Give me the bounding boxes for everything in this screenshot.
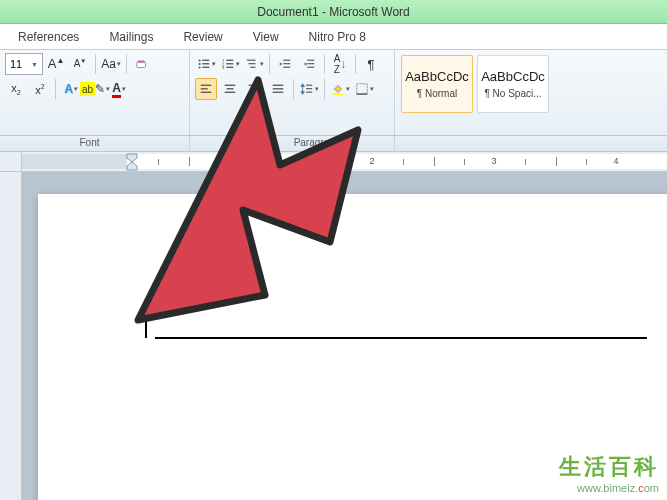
separator xyxy=(126,54,127,74)
align-right-button[interactable] xyxy=(243,78,265,100)
tab-view[interactable]: View xyxy=(253,30,279,44)
align-center-icon xyxy=(223,82,237,96)
ribbon-tabs: References Mailings Review View Nitro Pr… xyxy=(0,24,667,50)
svg-text:3: 3 xyxy=(221,65,224,70)
numbering-icon: 123 xyxy=(221,57,235,71)
ruler-number: 1 xyxy=(247,156,252,166)
svg-rect-8 xyxy=(226,60,233,61)
svg-rect-28 xyxy=(249,85,260,86)
svg-rect-26 xyxy=(227,88,234,89)
font-group: 11 ▼ A▲ A▼ Aa▾ x2 x2 A▾ ab✎▾ A▾ xyxy=(0,50,190,135)
horizontal-rule xyxy=(155,337,647,339)
paragraph-group-label: Paragraph xyxy=(190,136,395,151)
watermark: 生活百科 www.bimeiz.com xyxy=(559,452,659,494)
ribbon: 11 ▼ A▲ A▼ Aa▾ x2 x2 A▾ ab✎▾ A▾ xyxy=(0,50,667,136)
subscript-button[interactable]: x2 xyxy=(5,78,27,100)
tab-references[interactable]: References xyxy=(18,30,79,44)
ruler-ticks: 1 2 3 4 xyxy=(22,154,667,169)
font-size-value: 11 xyxy=(10,58,22,70)
svg-rect-20 xyxy=(307,63,314,64)
svg-rect-39 xyxy=(356,93,367,94)
svg-rect-0 xyxy=(137,62,146,67)
svg-rect-6 xyxy=(202,67,209,68)
separator xyxy=(355,54,356,74)
style-no-spacing[interactable]: AaBbCcDc ¶ No Spaci... xyxy=(477,55,549,113)
watermark-text: 生活百科 xyxy=(559,452,659,482)
separator xyxy=(269,54,270,74)
numbering-button[interactable]: 123▾ xyxy=(219,53,241,75)
svg-rect-17 xyxy=(283,63,290,64)
ruler-number: 4 xyxy=(613,156,618,166)
svg-rect-36 xyxy=(306,92,312,93)
borders-button[interactable]: ▾ xyxy=(353,78,375,100)
style-name-label: ¶ No Spaci... xyxy=(484,88,541,99)
svg-rect-34 xyxy=(306,85,312,86)
bullets-icon xyxy=(197,57,211,71)
outdent-icon xyxy=(278,57,292,71)
shading-button[interactable]: ▾ xyxy=(329,78,351,100)
svg-rect-38 xyxy=(356,84,367,95)
svg-rect-25 xyxy=(225,85,236,86)
align-left-icon xyxy=(199,82,213,96)
svg-rect-18 xyxy=(283,67,290,68)
eraser-icon xyxy=(135,57,149,71)
ruler-number: 2 xyxy=(369,156,374,166)
svg-point-3 xyxy=(198,63,200,65)
highlight-button[interactable]: ab✎▾ xyxy=(84,78,106,100)
line-spacing-button[interactable]: ▾ xyxy=(298,78,320,100)
svg-rect-23 xyxy=(201,88,208,89)
separator xyxy=(55,79,56,99)
align-center-button[interactable] xyxy=(219,78,241,100)
change-case-button[interactable]: Aa▾ xyxy=(100,53,122,75)
show-marks-button[interactable]: ¶ xyxy=(360,53,382,75)
document-area xyxy=(0,172,667,500)
svg-rect-2 xyxy=(202,60,209,61)
tab-nitro[interactable]: Nitro Pro 8 xyxy=(309,30,366,44)
indent-icon xyxy=(302,57,316,71)
svg-rect-32 xyxy=(273,88,284,89)
justify-icon xyxy=(271,82,285,96)
separator xyxy=(293,79,294,99)
grow-font-button[interactable]: A▲ xyxy=(45,53,67,75)
paint-bucket-icon xyxy=(331,82,345,96)
window-title: Document1 - Microsoft Word xyxy=(257,5,410,19)
tab-mailings[interactable]: Mailings xyxy=(109,30,153,44)
align-left-button[interactable] xyxy=(195,78,217,100)
superscript-button[interactable]: x2 xyxy=(29,78,51,100)
border-icon xyxy=(355,82,369,96)
style-normal[interactable]: AaBbCcDc ¶ Normal xyxy=(401,55,473,113)
svg-rect-12 xyxy=(226,67,233,68)
title-bar: Document1 - Microsoft Word xyxy=(0,0,667,24)
tab-review[interactable]: Review xyxy=(183,30,222,44)
increase-indent-button[interactable] xyxy=(298,53,320,75)
svg-rect-4 xyxy=(202,63,209,64)
decrease-indent-button[interactable] xyxy=(274,53,296,75)
separator xyxy=(324,79,325,99)
svg-rect-13 xyxy=(246,60,255,61)
text-effects-button[interactable]: A▾ xyxy=(60,78,82,100)
sort-button[interactable]: AZ↓ xyxy=(329,53,351,75)
multilevel-list-button[interactable]: ▾ xyxy=(243,53,265,75)
svg-rect-10 xyxy=(226,63,233,64)
svg-rect-30 xyxy=(249,92,260,93)
chevron-down-icon: ▼ xyxy=(31,61,38,68)
clear-formatting-button[interactable] xyxy=(131,53,153,75)
font-size-combo[interactable]: 11 ▼ xyxy=(5,53,43,75)
font-group-label: Font xyxy=(0,136,190,151)
align-right-icon xyxy=(247,82,261,96)
svg-rect-27 xyxy=(225,92,236,93)
svg-rect-35 xyxy=(306,88,312,89)
indent-marker[interactable] xyxy=(126,153,138,171)
text-cursor xyxy=(145,320,147,338)
horizontal-ruler[interactable]: 1 2 3 4 xyxy=(0,152,667,172)
line-spacing-icon xyxy=(300,82,314,96)
shrink-font-button[interactable]: A▼ xyxy=(69,53,91,75)
justify-button[interactable] xyxy=(267,78,289,100)
bullets-button[interactable]: ▾ xyxy=(195,53,217,75)
vertical-ruler[interactable] xyxy=(0,172,22,500)
svg-rect-31 xyxy=(273,85,284,86)
watermark-url: www.bimeiz.com xyxy=(559,482,659,494)
svg-rect-14 xyxy=(248,63,255,64)
svg-rect-29 xyxy=(252,88,259,89)
font-color-button[interactable]: A▾ xyxy=(108,78,130,100)
